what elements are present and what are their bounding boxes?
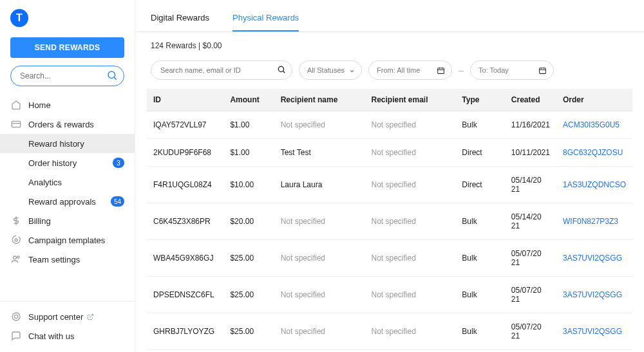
sidebar-item-home[interactable]: Home <box>0 95 135 115</box>
cell-recipient-email: Not specified <box>365 313 455 350</box>
lifebuoy-icon <box>10 311 22 322</box>
cell-amount: $25.00 <box>223 277 274 313</box>
cell-id: IQAY572VLL97 <box>147 111 223 139</box>
cell-recipient-email: Not specified <box>365 277 455 313</box>
cell-recipient-name: Not specified <box>274 350 365 353</box>
send-rewards-button[interactable]: SEND REWARDS <box>10 37 124 58</box>
cell-recipient-email: Not specified <box>365 111 455 139</box>
col-order[interactable]: Order <box>556 89 632 111</box>
cell-recipient-name: Test Test <box>274 139 365 167</box>
cell-id: WTJ7VSIYY5DO <box>147 350 223 353</box>
rewards-table-wrap[interactable]: ID Amount Recipient name Recipient email… <box>135 89 644 352</box>
filter-bar: All Statuses From: All time – To: Today <box>135 57 644 89</box>
people-icon <box>10 254 22 265</box>
svg-line-1 <box>114 77 116 79</box>
cell-type: Direct <box>455 167 505 203</box>
cell-created: 05/07/2021 <box>505 277 556 313</box>
svg-point-5 <box>15 239 17 241</box>
table-header-row: ID Amount Recipient name Recipient email… <box>147 89 632 111</box>
rewards-summary: 124 Rewards | $0.00 <box>135 32 644 57</box>
cell-created: 05/14/2021 <box>505 167 556 203</box>
svg-point-8 <box>12 313 20 320</box>
dollar-icon <box>10 215 22 227</box>
date-from-label: From: All time <box>377 66 420 74</box>
cell-order[interactable]: WIF0N827P3Z3 <box>556 203 632 240</box>
table-row[interactable]: WBA45G9X86GJ$25.00Not specifiedNot speci… <box>147 240 632 277</box>
col-amount[interactable]: Amount <box>223 89 274 111</box>
sidebar-item-label: Order history <box>28 158 77 168</box>
sidebar-item-chat[interactable]: Chat with us <box>0 326 135 346</box>
calendar-icon <box>538 66 547 75</box>
tab-digital-rewards[interactable]: Digital Rewards <box>151 13 209 32</box>
cell-order[interactable]: 3AS7UVI2QSGG <box>556 350 632 353</box>
cell-type: Bulk <box>455 350 505 353</box>
date-from-filter[interactable]: From: All time <box>368 60 452 80</box>
status-filter[interactable]: All Statuses <box>299 60 362 80</box>
cell-recipient-name: Not specified <box>274 277 365 313</box>
cell-recipient-name: Not specified <box>274 111 365 139</box>
sidebar-item-reward-history[interactable]: Reward history <box>0 134 135 153</box>
table-row[interactable]: 2KUDUP9F6F68$1.00Test TestNot specifiedD… <box>147 139 632 167</box>
sidebar-item-orders-rewards[interactable]: Orders & rewards <box>0 115 135 134</box>
cell-order[interactable]: 1AS3UZQDNCSO <box>556 167 632 203</box>
logo-wrap: T <box>0 9 135 33</box>
main-content: Digital Rewards Physical Rewards 124 Rew… <box>135 0 644 352</box>
search-icon <box>277 65 286 74</box>
table-row[interactable]: IQAY572VLL97$1.00Not specifiedNot specif… <box>147 111 632 139</box>
sidebar-search <box>10 66 124 86</box>
cell-order[interactable]: 3AS7UVI2QSGG <box>556 240 632 277</box>
cell-type: Bulk <box>455 313 505 350</box>
sidebar-item-team-settings[interactable]: Team settings <box>0 250 135 269</box>
sidebar-item-billing[interactable]: Billing <box>0 211 135 230</box>
sidebar-nav: Home Orders & rewards Reward history Ord… <box>0 95 135 301</box>
table-row[interactable]: DPSEDNSZC6FL$25.00Not specifiedNot speci… <box>147 277 632 313</box>
sidebar-item-reward-approvals[interactable]: Reward approvals 54 <box>0 192 135 211</box>
cell-amount: $25.00 <box>223 313 274 350</box>
svg-point-11 <box>278 66 283 71</box>
table-row[interactable]: C6K45Z3X86PR$20.00Not specifiedNot speci… <box>147 203 632 240</box>
cell-order[interactable]: 3AS7UVI2QSGG <box>556 277 632 313</box>
col-recipient-email[interactable]: Recipient email <box>365 89 455 111</box>
table-row[interactable]: GHRBJ7LYOYZG$25.00Not specifiedNot speci… <box>147 313 632 350</box>
svg-rect-17 <box>540 68 546 74</box>
card-icon <box>10 118 22 130</box>
chevron-down-icon <box>349 68 355 74</box>
svg-point-6 <box>14 256 17 259</box>
cell-amount: $1.00 <box>223 111 274 139</box>
cell-recipient-email: Not specified <box>365 139 455 167</box>
cell-recipient-email: Not specified <box>365 350 455 353</box>
cell-order[interactable]: 3AS7UVI2QSGG <box>556 313 632 350</box>
filter-search-input[interactable] <box>151 60 292 80</box>
app-logo: T <box>10 9 28 27</box>
svg-point-0 <box>108 71 115 79</box>
date-range-separator: – <box>459 65 464 75</box>
cell-amount: $25.00 <box>223 240 274 277</box>
svg-rect-2 <box>12 121 20 127</box>
sidebar-item-analytics[interactable]: Analytics <box>0 172 135 192</box>
cell-type: Bulk <box>455 203 505 240</box>
col-recipient-name[interactable]: Recipient name <box>274 89 365 111</box>
cell-recipient-name: Not specified <box>274 240 365 277</box>
status-filter-label: All Statuses <box>307 66 345 74</box>
table-row[interactable]: WTJ7VSIYY5DO$25.00Not specifiedNot speci… <box>147 350 632 353</box>
table-row[interactable]: F4R1UQGL08Z4$10.00Laura LauraNot specifi… <box>147 167 632 203</box>
col-type[interactable]: Type <box>455 89 505 111</box>
sidebar: T SEND REWARDS Home Orders & rewards Rew… <box>0 0 135 352</box>
external-link-icon <box>87 313 94 320</box>
cell-order[interactable]: 8GC632QJZOSU <box>556 139 632 167</box>
sidebar-item-label: Campaign templates <box>28 236 105 245</box>
cell-created: 05/14/2021 <box>505 203 556 240</box>
cell-id: F4R1UQGL08Z4 <box>147 167 223 203</box>
svg-point-7 <box>17 256 19 258</box>
col-id[interactable]: ID <box>147 89 223 111</box>
col-created[interactable]: Created <box>505 89 556 111</box>
tab-physical-rewards[interactable]: Physical Rewards <box>232 13 299 32</box>
sidebar-item-order-history[interactable]: Order history 3 <box>0 153 135 172</box>
sidebar-item-support-center[interactable]: Support center <box>0 307 135 326</box>
cell-recipient-name: Laura Laura <box>274 167 365 203</box>
sidebar-item-campaign-templates[interactable]: Campaign templates <box>0 230 135 250</box>
sidebar-item-label: Billing <box>28 216 51 226</box>
cell-order[interactable]: ACM30I35G0U5 <box>556 111 632 139</box>
date-to-filter[interactable]: To: Today <box>470 60 554 80</box>
svg-rect-13 <box>438 68 444 74</box>
